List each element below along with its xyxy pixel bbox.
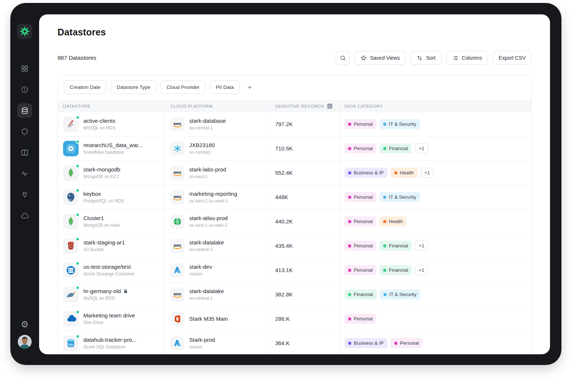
- datastore-name: hr-germany-old: [83, 288, 121, 294]
- badge-label: Personal: [354, 219, 373, 224]
- table-row[interactable]: researchUS_data_war... Snowflake Databas…: [58, 136, 531, 161]
- sidebar-item-activity[interactable]: [17, 166, 32, 181]
- datastore-name: stark-mongodb: [83, 166, 120, 173]
- data-category-cell: Personal: [339, 307, 531, 331]
- datastores-icon: [21, 107, 29, 115]
- badge-dot: [394, 342, 397, 345]
- table-row[interactable]: us-test-storage/test Azure Storange Cont…: [58, 258, 531, 282]
- sidebar: ⚙: [10, 3, 39, 365]
- column-header-label: SENSITIVE RECORDS: [275, 104, 324, 108]
- table-row[interactable]: keybox PostgreSQL on RDS aws marketing-r…: [58, 185, 531, 209]
- sidebar-item-reports[interactable]: [17, 145, 32, 160]
- more-categories-badge[interactable]: +1: [421, 168, 434, 178]
- postgres-icon: [63, 190, 79, 205]
- datastore-type: One Drive: [83, 320, 135, 325]
- toolbar: Saved Views Sort Columns Export CSV: [336, 51, 532, 65]
- aws-icon: aws: [170, 190, 184, 204]
- records-value: 552.4K: [275, 170, 293, 176]
- saved-views-button[interactable]: Saved Views: [354, 51, 406, 65]
- datastore-cell: Cluster1 MongoDB on Atlas: [58, 209, 165, 233]
- column-header-data-category: DATA CATEGORY: [339, 100, 531, 112]
- platform-region: eastus: [189, 344, 215, 350]
- azure-icon: [170, 336, 184, 350]
- records-value: 440.2K: [275, 218, 293, 225]
- sidebar-item-cloud[interactable]: [17, 208, 32, 223]
- data-category-cell: PersonalFinancial+1: [339, 258, 531, 282]
- datastore-name: Cluster1: [83, 215, 104, 221]
- sensitive-records-cell: 552.4K: [270, 161, 339, 185]
- datastore-type: Azure Storange Container: [83, 271, 135, 277]
- platform-region: eastus: [189, 271, 212, 277]
- platform-region: us-east-1,us-east-2: [189, 223, 228, 228]
- search-button[interactable]: [336, 51, 350, 65]
- table-row[interactable]: Cluster1 MongoDB on Atlas stark-atlas-pr…: [58, 209, 531, 234]
- more-categories-badge[interactable]: +1: [415, 265, 428, 275]
- filter-chip[interactable]: Cloud Provider: [161, 80, 205, 94]
- datastore-name: active-clients: [83, 118, 115, 124]
- platform-name: stark-dev: [189, 264, 212, 270]
- sensitive-records-cell: 413.1K: [270, 258, 339, 282]
- sidebar-nav: [17, 61, 32, 229]
- table-row[interactable]: active-clients MSSQL on RDS aws stark-da…: [58, 112, 531, 136]
- badge-dot: [348, 220, 351, 223]
- badge-label: Business & IP: [354, 170, 384, 175]
- filter-chip[interactable]: Datastore Type: [111, 80, 156, 94]
- datastore-type: PostgreSQL on RDS: [83, 198, 124, 204]
- category-badge: IT & Security: [380, 192, 420, 202]
- table-row[interactable]: stark-mongodb MongoDB on EC2 aws stark-l…: [58, 161, 531, 185]
- status-dot: [76, 213, 80, 217]
- cloud-platform-cell: aws stark-datalake eu-central-1: [165, 234, 270, 258]
- filter-chip[interactable]: PII Data: [210, 80, 240, 94]
- datastore-type: S3 Bucket: [83, 247, 125, 252]
- export-csv-label: Export CSV: [499, 55, 526, 61]
- page-title: Datastores: [58, 27, 532, 38]
- export-csv-button[interactable]: Export CSV: [493, 51, 532, 65]
- category-badge: Business & IP: [345, 338, 387, 348]
- sidebar-item-dashboard[interactable]: [17, 61, 32, 76]
- table-row[interactable]: SQL datahub-tracker-pro... Azure SQL Dat…: [58, 331, 531, 354]
- badge-label: IT & Security: [389, 121, 416, 127]
- sidebar-item-alerts[interactable]: [17, 82, 32, 97]
- category-badge: Financial: [380, 241, 412, 251]
- datastore-cell: stark-mongodb MongoDB on EC2: [58, 161, 165, 185]
- sidebar-item-security[interactable]: [17, 124, 32, 139]
- mongodb-icon: [63, 214, 79, 229]
- dashboard-icon: [21, 65, 29, 73]
- sidebar-bottom: ⚙: [18, 320, 32, 349]
- user-avatar[interactable]: [18, 335, 32, 349]
- datastore-cell: stark-staging-ar1 S3 Bucket: [58, 234, 165, 258]
- add-filter-button[interactable]: [244, 82, 255, 93]
- datastore-type: Azure SQL Database: [83, 344, 136, 350]
- sidebar-item-integrations[interactable]: [17, 187, 32, 202]
- table-row[interactable]: Marketing team drive One Drive Stark M35…: [58, 307, 531, 331]
- platform-region: eu-central-1: [189, 125, 226, 131]
- plus-icon: [247, 84, 253, 90]
- more-categories-badge[interactable]: +1: [415, 143, 428, 153]
- platform-name: stark-datalake: [189, 239, 224, 246]
- category-badge: Personal: [345, 192, 376, 202]
- filter-chip[interactable]: Creation Date: [64, 80, 106, 94]
- filter-bar: Creation DateDatastore TypeCloud Provide…: [58, 75, 531, 100]
- sidebar-item-datastores[interactable]: [17, 103, 32, 118]
- platform-region: eu-central-1: [189, 247, 224, 252]
- info-icon[interactable]: i: [327, 104, 332, 109]
- app-logo[interactable]: [17, 24, 32, 39]
- columns-button[interactable]: Columns: [446, 51, 488, 65]
- records-value: 382.8K: [275, 291, 293, 298]
- badge-dot: [383, 147, 386, 150]
- badge-label: Personal: [354, 121, 373, 127]
- category-badge: Personal: [345, 241, 376, 251]
- sort-button[interactable]: Sort: [411, 51, 442, 65]
- sort-label: Sort: [426, 55, 436, 61]
- sensitive-records-cell: 364.K: [270, 331, 339, 354]
- table-body: active-clients MSSQL on RDS aws stark-da…: [58, 112, 531, 354]
- svg-text:i: i: [329, 104, 330, 108]
- settings-gear-icon[interactable]: ⚙: [21, 320, 29, 329]
- category-badge: Health: [380, 216, 407, 226]
- table-row[interactable]: hr-germany-old MySQL on RDS aws stark-da…: [58, 282, 531, 307]
- more-categories-badge[interactable]: +1: [415, 241, 428, 251]
- activity-icon: [21, 170, 29, 178]
- table-row[interactable]: stark-staging-ar1 S3 Bucket aws stark-da…: [58, 234, 531, 258]
- records-value: 364.K: [275, 340, 290, 346]
- snowflake-icon: [170, 142, 184, 156]
